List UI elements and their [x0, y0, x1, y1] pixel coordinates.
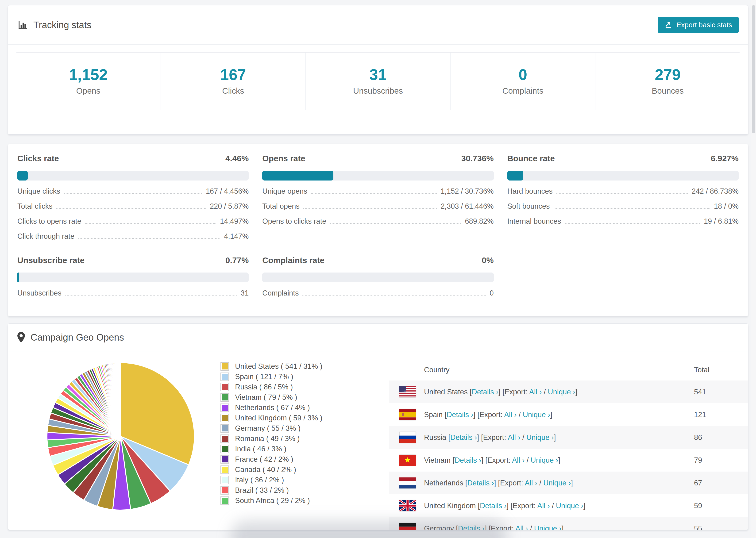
geo-opens-title: Campaign Geo Opens: [17, 332, 124, 343]
rate-detail-value: 18 / 0%: [714, 202, 739, 211]
geo-details-link[interactable]: Details ›: [458, 524, 485, 530]
geo-export-all-link[interactable]: All ›: [504, 410, 516, 419]
dotted-leader: [65, 295, 237, 296]
geo-row-total: 67: [694, 479, 702, 487]
slash: /: [528, 524, 534, 530]
legend-item: Italy ( 36 / 2% ): [220, 475, 322, 485]
legend-item: Canada ( 40 / 2% ): [220, 464, 322, 475]
geo-export-unique-link[interactable]: Unique ›: [531, 456, 558, 464]
geo-export-unique-link[interactable]: Unique ›: [526, 433, 554, 442]
geo-details-link[interactable]: Details ›: [450, 433, 477, 442]
dotted-leader: [302, 295, 486, 296]
geo-export-all-link[interactable]: All ›: [508, 433, 520, 442]
legend-label: Romania ( 49 / 3% ): [235, 435, 300, 443]
stat-value: 31: [369, 67, 387, 82]
rate-block-header: Opens rate30.736%: [262, 154, 494, 163]
legend-swatch: [220, 404, 229, 412]
stat-cell-bounces: 279Bounces: [595, 53, 740, 110]
geo-opens-header: Campaign Geo Opens: [8, 324, 748, 351]
geo-details-link[interactable]: Details ›: [480, 502, 507, 510]
page-scrollbar[interactable]: [751, 0, 756, 538]
geo-export-all-link[interactable]: All ›: [512, 456, 524, 464]
geo-export-all-link[interactable]: All ›: [525, 479, 537, 487]
geo-row-text: United States [Details ›] [Export: All ›…: [424, 388, 577, 396]
dotted-leader: [64, 193, 202, 194]
geo-opens-card: Campaign Geo Opens United States ( 541 /…: [8, 323, 748, 530]
export-icon: [664, 21, 673, 29]
geo-export-unique-link[interactable]: Unique ›: [548, 388, 575, 396]
geo-country-table: Country Total United States [Details ›] …: [389, 359, 748, 530]
geo-export-unique-link[interactable]: Unique ›: [543, 479, 571, 487]
geo-country-name: United Kingdom: [424, 502, 478, 510]
rate-detail-label: Total clicks: [17, 202, 53, 211]
scrollbar-thumb[interactable]: [752, 5, 755, 133]
export-button-label: Export basic stats: [676, 21, 732, 29]
geo-details-link[interactable]: Details ›: [455, 456, 481, 464]
rate-block-header: Unsubscribe rate0.77%: [17, 256, 249, 265]
geo-export-all-link[interactable]: All ›: [529, 388, 542, 396]
rate-progress-track: [262, 171, 494, 181]
geo-export-unique-link[interactable]: Unique ›: [556, 502, 583, 510]
legend-label: South Africa ( 29 / 2% ): [235, 497, 310, 505]
rate-detail-row: Complaints0: [262, 289, 494, 297]
rate-detail-label: Complaints: [262, 289, 298, 297]
geo-details-link[interactable]: Details ›: [472, 388, 499, 396]
rate-value: 0.77%: [225, 256, 249, 265]
legend-item: Brazil ( 33 / 2% ): [220, 485, 322, 496]
slash: /: [524, 456, 531, 464]
dotted-leader: [311, 193, 437, 194]
bracket: ]: [554, 433, 556, 442]
geo-table-header: Country Total: [389, 359, 748, 381]
legend-swatch: [220, 497, 229, 505]
rate-block-header: Clicks rate4.46%: [17, 154, 249, 163]
bracket: [: [478, 502, 480, 510]
rate-block-bounce-rate: Bounce rate6.927%Hard bounces242 / 86.73…: [507, 154, 739, 241]
rate-block-opens-rate: Opens rate30.736%Unique opens1,152 / 30.…: [262, 154, 494, 241]
rate-block-header: Complaints rate0%: [262, 256, 494, 265]
geo-export-unique-link[interactable]: Unique ›: [534, 524, 562, 530]
slash: /: [542, 388, 548, 396]
rate-title: Clicks rate: [17, 154, 59, 163]
rate-block-unsubscribe-rate: Unsubscribe rate0.77%Unsubscribes31: [17, 256, 249, 297]
geo-country-name: Netherlands: [424, 479, 465, 487]
geo-details-link[interactable]: Details ›: [447, 410, 473, 419]
legend-label: Brazil ( 33 / 2% ): [235, 486, 289, 495]
gb-flag-icon: [399, 500, 416, 511]
bracket: ] [Export:: [481, 456, 512, 464]
rate-block-complaints-rate: Complaints rate0%Complaints0: [262, 256, 494, 297]
stat-value: 1,152: [69, 67, 108, 82]
rate-detail-value: 1,152 / 30.736%: [441, 187, 494, 195]
bracket: ]: [562, 524, 564, 530]
rate-detail-value: 31: [241, 289, 249, 297]
rate-detail-value: 242 / 86.738%: [692, 187, 739, 195]
geo-table-row: Germany [Details ›] [Export: All › / Uni…: [389, 517, 748, 530]
legend-swatch: [220, 435, 229, 443]
legend-item: France ( 42 / 2% ): [220, 454, 322, 464]
dotted-leader: [56, 208, 206, 209]
legend-item: Russia ( 86 / 5% ): [220, 382, 322, 392]
geo-pie-legend: United States ( 541 / 31% )Spain ( 121 /…: [220, 361, 322, 506]
geo-details-link[interactable]: Details ›: [467, 479, 494, 487]
legend-label: Germany ( 55 / 3% ): [235, 424, 300, 433]
ru-flag-icon: [399, 432, 416, 443]
slash: /: [520, 433, 526, 442]
dotted-leader: [78, 238, 220, 239]
rate-progress-fill: [17, 171, 28, 181]
es-flag-icon: [399, 409, 416, 420]
rates-card: Clicks rate4.46%Unique clicks167 / 4.456…: [8, 144, 748, 316]
geo-export-all-link[interactable]: All ›: [537, 502, 550, 510]
geo-country-name: Spain: [424, 410, 445, 419]
geo-export-all-link[interactable]: All ›: [515, 524, 528, 530]
total-column-header: Total: [694, 366, 709, 374]
export-basic-stats-button[interactable]: Export basic stats: [658, 17, 739, 32]
legend-label: France ( 42 / 2% ): [235, 455, 293, 463]
stat-label: Unsubscribes: [353, 86, 403, 95]
geo-country-name: Vietnam: [424, 456, 453, 464]
rate-value: 30.736%: [461, 154, 494, 163]
geo-row-total: 121: [694, 410, 706, 419]
geo-opens-title-text: Campaign Geo Opens: [30, 332, 124, 343]
rate-progress-fill: [17, 273, 19, 282]
stat-cell-unsubscribes: 31Unsubscribes: [306, 53, 451, 110]
rate-progress-fill: [507, 171, 523, 181]
geo-export-unique-link[interactable]: Unique ›: [523, 410, 550, 419]
